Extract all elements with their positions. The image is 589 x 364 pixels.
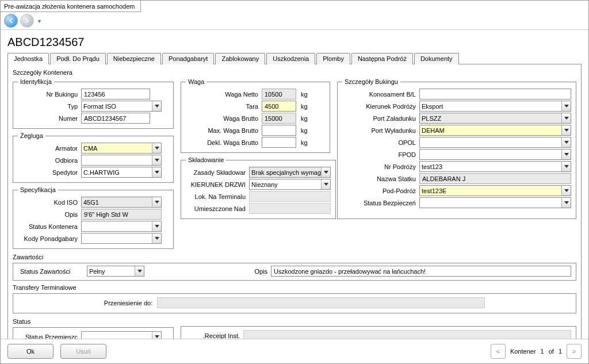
page-title: ABCD1234567	[7, 36, 582, 49]
tab-plomby[interactable]: Plomby	[316, 53, 350, 64]
label-lok-na-terminalu: Lok. Na Terminalu	[186, 193, 249, 200]
label-nr-podrozy: Nr Podróży	[342, 163, 419, 170]
section-transfery: Transfery Terminalowe	[13, 284, 576, 291]
select-fpod[interactable]	[419, 149, 571, 160]
usun-button[interactable]: Usuń	[60, 344, 106, 359]
nav-history-dropdown[interactable]: ▾	[36, 18, 42, 24]
unit-kg-5: kg	[301, 139, 308, 146]
pager-prev-button[interactable]: <	[491, 344, 506, 359]
legend-skladowanie: Składowanie	[186, 156, 226, 163]
select-port-wyladunku[interactable]: DEHAM	[419, 125, 571, 136]
input-waga-netto	[262, 89, 296, 99]
label-spedytor: Spedytor	[18, 169, 81, 176]
input-numer[interactable]	[81, 113, 150, 124]
input-dekl-waga-brutto[interactable]	[262, 137, 296, 148]
fieldset-skladowanie: Składowanie Zasady Składowar Brak specja…	[181, 156, 336, 219]
tab-uszkodzenia[interactable]: Uszkodzenia	[266, 53, 315, 64]
tab-panel-jednostka: Szczegóły Kontenera Identyfikcja Nr Buki…	[7, 64, 582, 339]
label-port-zaladunku: Port Załadunku	[342, 115, 419, 122]
input-tara[interactable]	[262, 101, 296, 112]
input-max-waga-brutto[interactable]	[262, 125, 296, 136]
label-kody-ponadgabary: Kody Ponadgabary	[18, 235, 81, 242]
section-status: Status	[13, 318, 174, 325]
legend-waga: Waga	[186, 78, 206, 85]
input-nazwa-statku	[419, 173, 571, 184]
pager-of: of	[549, 348, 554, 355]
select-status-kontenera[interactable]	[81, 221, 162, 232]
tab-zablokowany[interactable]: Zablokowany	[215, 53, 265, 64]
fieldset-waga: Waga Waga Netto kg Tara kg Waga Brutto k…	[181, 78, 330, 153]
select-nr-podrozy[interactable]: test123	[419, 161, 571, 172]
label-armator: Armator	[18, 145, 81, 152]
select-status-bezpieczenstwa[interactable]	[419, 197, 571, 208]
legend-specyfikacja: Specyfikacja	[18, 186, 58, 193]
tab-dokumenty[interactable]: Dokumenty	[414, 53, 459, 64]
label-konosament: Konosament B/L	[342, 91, 419, 98]
select-armator[interactable]: CMA	[81, 143, 162, 154]
select-status-zawartosci[interactable]: Pełny	[87, 266, 144, 277]
ok-button[interactable]: Ok	[7, 344, 53, 359]
select-typ[interactable]: Format ISO	[81, 101, 162, 112]
fieldset-transfery: Przeniesienie do:	[13, 293, 576, 313]
label-umieszczone-nad: Umieszczone Nad	[186, 205, 249, 212]
fieldset-zegluga: Żegluga Armator CMA Odbiora Spedytor C.H…	[13, 132, 174, 183]
label-pod-podroz: Pod-Podróż	[342, 187, 419, 194]
legend-zegluga: Żegluga	[18, 132, 45, 139]
label-status-bezpieczenstwa: Status Bezpieczeń	[342, 200, 419, 206]
label-typ: Typ	[18, 103, 81, 110]
fieldset-status: Status Przemieszc Status Normalny Konten…	[13, 327, 174, 339]
section-zawartosci: Zawartości	[13, 254, 576, 260]
select-zasady-skladowania[interactable]: Brak specjalnych wymag	[249, 167, 331, 178]
fieldset-zawartosci: Status Zawartości Pełny Opis	[13, 263, 576, 281]
pager-current: 1	[541, 348, 544, 355]
fieldset-szczegoly-bukingu: Szczegóły Bukingu Konosament B/L Kierune…	[337, 78, 576, 219]
tab-ponadgabaryt[interactable]: Ponadgabaryt	[162, 53, 215, 64]
legend-szczegoly-bukingu: Szczegóły Bukingu	[342, 78, 400, 85]
label-kierunek-podrozy: Kierunek Podróży	[342, 103, 419, 110]
fieldset-receipt: .Receipt Inst. Uwagi	[181, 326, 576, 339]
unit-kg-1: kg	[301, 91, 308, 98]
select-status-przemieszczenia[interactable]	[81, 331, 162, 339]
label-max-waga-brutto: Max. Waga Brutto	[186, 127, 262, 134]
fieldset-specyfikacja: Specyfikacja Kod ISO 45G1 Opis Status Ko…	[13, 186, 174, 249]
unit-kg-2: kg	[301, 103, 308, 110]
select-pod-podroz[interactable]: test123E	[419, 185, 571, 196]
label-port-wyladunku: Port Wyładunku	[342, 127, 419, 134]
tab-jednostka[interactable]: Jednostka	[7, 53, 49, 64]
label-waga-netto: Waga Netto	[186, 91, 262, 98]
fieldset-identyfikacja: Identyfikcja Nr Bukingu Typ Format ISO N…	[13, 78, 174, 129]
tab-nastepna-podroz[interactable]: Następna Podróż	[351, 53, 413, 64]
readonly-receipt-inst	[243, 330, 571, 339]
pager: < Kontener 1 of 1 >	[491, 344, 582, 359]
app-window: Pre-awizacja złożenia kontenera samochod…	[0, 0, 589, 364]
tab-strip: Jednostka Podł. Do Prądu Niebezpieczne P…	[7, 52, 582, 64]
label-nr-bukingu: Nr Bukingu	[18, 91, 81, 98]
select-opol[interactable]	[419, 137, 571, 148]
readonly-przeniesienie-do	[157, 297, 485, 308]
content-area: ABCD1234567 Jednostka Podł. Do Prądu Nie…	[1, 30, 588, 339]
nav-toolbar: ▾	[1, 12, 588, 30]
forward-button[interactable]	[20, 14, 34, 28]
select-kierunek-drzwi[interactable]: Nieznany	[249, 179, 331, 190]
pager-next-button[interactable]: >	[567, 344, 582, 359]
tab-niebezpieczne[interactable]: Niebezpieczne	[107, 53, 161, 64]
select-odbiora[interactable]	[81, 155, 162, 166]
back-button[interactable]	[4, 14, 18, 28]
label-przeniesienie-do: Przeniesienie do:	[104, 300, 157, 306]
footer-bar: Ok Usuń < Kontener 1 of 1 >	[1, 339, 588, 363]
input-waga-brutto	[262, 113, 296, 124]
input-opis-zawartosci[interactable]	[271, 266, 571, 277]
tab-podl-do-pradu[interactable]: Podł. Do Prądu	[50, 53, 106, 64]
select-kody-ponadgabary[interactable]	[81, 233, 162, 244]
select-spedytor[interactable]: C.HARTWIG	[81, 167, 162, 178]
select-kod-iso[interactable]: 45G1	[81, 197, 162, 208]
input-nr-bukingu[interactable]	[81, 89, 150, 99]
readonly-lok-na-terminalu	[249, 191, 331, 202]
label-fpod: FPOD	[342, 151, 419, 158]
select-port-zaladunku[interactable]: PLSZZ	[419, 113, 571, 124]
input-konosament[interactable]	[419, 89, 571, 99]
label-receipt-inst: .Receipt Inst.	[186, 332, 243, 339]
pager-total: 1	[559, 348, 562, 355]
section-szczegoly-kontenera: Szczegóły Kontenera	[13, 69, 576, 76]
select-kierunek-podrozy[interactable]: Eksport	[419, 101, 571, 112]
